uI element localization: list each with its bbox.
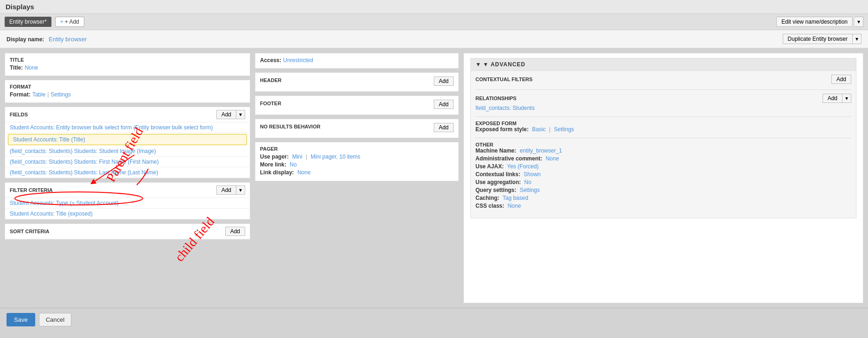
header-section-header: HEADER Add [260, 77, 454, 86]
display-name-value: Entity browser [49, 36, 87, 43]
field-item-3[interactable]: (field_contacts: Students) Students: Fir… [5, 157, 250, 167]
edit-view-button[interactable]: Edit view name/description [776, 17, 853, 27]
sort-header: SORT CRITERIA Add [5, 224, 250, 239]
sort-section: SORT CRITERIA Add [5, 223, 250, 240]
title-label: Title: [10, 64, 23, 71]
header-add-button[interactable]: Add [434, 77, 454, 86]
add-display-button[interactable]: ++ Add [55, 17, 84, 27]
footer-section-heading: FOOTER [260, 101, 281, 106]
format-sep: | [47, 91, 49, 98]
use-ajax-value[interactable]: Yes (Forced) [507, 163, 539, 170]
caching-row: Caching: Tag based [475, 195, 851, 201]
edit-view-arrow[interactable]: ▾ [855, 17, 863, 27]
use-aggregation-value[interactable]: No [524, 179, 531, 185]
entity-browser-tab[interactable]: Entity browser* [5, 17, 51, 27]
exposed-form-section: EXPOSED FORM Exposed form style: Basic |… [475, 121, 851, 138]
contextual-filters-header: CONTEXTUAL FILTERS Add [475, 75, 851, 84]
exposed-form-basic[interactable]: Basic [532, 126, 545, 133]
main-wrapper: TITLE Title: None FORMAT Format: Table |… [0, 48, 868, 308]
no-results-heading: NO RESULTS BEHAVIOR [260, 124, 320, 129]
filter-add-group: Add ▾ [216, 185, 245, 195]
pager-section: PAGER Use pager: Mini | Mini pager, 10 i… [255, 142, 459, 181]
footer-section-header: FOOTER Add [260, 100, 454, 109]
field-item-1[interactable]: Student Accounts: Title (Title) [8, 134, 247, 145]
link-display-label: Link display: [260, 169, 294, 176]
title-row: Title: None [10, 64, 245, 71]
filter-add-button[interactable]: Add [216, 185, 236, 195]
filter-item-0[interactable]: Student Accounts: Type (= Student Accoun… [5, 198, 250, 209]
contextual-filters-section: CONTEXTUAL FILTERS Add [475, 75, 851, 90]
relationships-value-row: field_contacts: Students [475, 105, 851, 111]
link-display-row: Link display: None [260, 169, 454, 176]
caching-value[interactable]: Tag based [502, 195, 528, 201]
machine-name-row: Machine Name: entity_browser_1 [475, 147, 851, 154]
format-settings-link[interactable]: Settings [51, 91, 70, 98]
display-name-row: Display name: Entity browser [6, 36, 87, 43]
css-class-value[interactable]: None [507, 203, 521, 209]
more-link-value[interactable]: No [290, 161, 297, 168]
machine-name-value[interactable]: entity_browser_1 [520, 147, 562, 154]
save-button[interactable]: Save [6, 313, 35, 326]
pager-heading: PAGER [260, 146, 454, 152]
machine-name-label: Machine Name: [475, 147, 516, 154]
filter-add-arrow[interactable]: ▾ [236, 185, 245, 195]
contextual-filters-add-btn[interactable]: Add [831, 75, 851, 84]
relationships-title: RELATIONSHIPS [475, 96, 516, 101]
other-title: OTHER [475, 142, 851, 147]
fields-add-arrow[interactable]: ▾ [236, 110, 245, 119]
exposed-form-label: Exposed form style: [475, 126, 529, 133]
no-results-header: NO RESULTS BEHAVIOR Add [260, 123, 454, 132]
contextual-links-value[interactable]: Shown [524, 171, 541, 178]
sort-add-button[interactable]: Add [225, 227, 245, 236]
exposed-form-settings[interactable]: Settings [554, 126, 574, 133]
advanced-panel: ▼ ▼ ADVANCED CONTEXTUAL FILTERS Add [470, 58, 856, 218]
access-section: Access: Unrestricted [255, 53, 459, 69]
title-value[interactable]: None [25, 64, 38, 71]
use-pager-mini[interactable]: Mini [292, 153, 302, 160]
filter-section: FILTER CRITERIA Add ▾ Student Accounts: … [5, 182, 250, 220]
exposed-form-row: Exposed form style: Basic | Settings [475, 126, 851, 133]
format-section: FORMAT Format: Table | Settings [5, 80, 250, 103]
contextual-links-label: Contextual links: [475, 171, 520, 178]
cancel-button[interactable]: Cancel [39, 313, 71, 326]
use-ajax-row: Use AJAX: Yes (Forced) [475, 163, 851, 170]
field-item-4[interactable]: (field_contacts: Students) Students: Las… [5, 167, 250, 178]
toolbar: Entity browser* ++ Add Edit view name/de… [0, 14, 868, 30]
duplicate-button[interactable]: Duplicate Entity browser [783, 34, 853, 44]
top-right-actions: Edit view name/description ▾ [776, 17, 863, 27]
displays-title: Displays [6, 3, 34, 11]
access-value[interactable]: Unrestricted [283, 57, 313, 64]
admin-comment-label: Administrative comment: [475, 155, 542, 162]
format-table-link[interactable]: Table [32, 91, 46, 98]
caching-label: Caching: [475, 195, 499, 201]
filter-item-1[interactable]: Student Accounts: Title (exposed) [5, 209, 250, 219]
advanced-title: ▼ ADVANCED [483, 61, 526, 68]
query-settings-value[interactable]: Settings [520, 187, 539, 193]
duplicate-arrow[interactable]: ▾ [853, 34, 862, 44]
no-results-add-button[interactable]: Add [434, 123, 454, 132]
title-section-heading: TITLE [10, 57, 245, 63]
middle-panel: Access: Unrestricted HEADER Add FOOTER A… [255, 53, 459, 303]
footer-add-button[interactable]: Add [434, 100, 454, 109]
link-display-value[interactable]: None [298, 169, 311, 176]
fields-add-button[interactable]: Add [216, 110, 236, 119]
access-row: Access: Unrestricted [260, 57, 454, 64]
admin-comment-value[interactable]: None [545, 155, 559, 162]
relationships-add-group: Add ▾ [823, 94, 851, 103]
contextual-links-row: Contextual links: Shown [475, 171, 851, 178]
more-link-row: More link: No [260, 161, 454, 168]
fields-add-group: Add ▾ [216, 110, 245, 119]
relationships-add-arrow[interactable]: ▾ [843, 94, 851, 103]
use-pager-row: Use pager: Mini | Mini pager, 10 items [260, 153, 454, 160]
main-content: TITLE Title: None FORMAT Format: Table |… [0, 48, 868, 308]
admin-comment-row: Administrative comment: None [475, 155, 851, 162]
header-section: HEADER Add [255, 72, 459, 92]
other-section: OTHER Machine Name: entity_browser_1 Adm… [475, 142, 851, 214]
use-pager-detail[interactable]: Mini pager, 10 items [310, 153, 360, 160]
header-section-heading: HEADER [260, 77, 281, 83]
field-item-2[interactable]: (field_contacts: Students) Students: Stu… [5, 146, 250, 157]
relationships-add-btn[interactable]: Add [823, 94, 843, 103]
fields-section-heading: FIELDS [10, 112, 28, 117]
field-item-0[interactable]: Student Accounts: Entity browser bulk se… [5, 122, 250, 133]
relationships-value[interactable]: field_contacts: Students [475, 105, 534, 111]
